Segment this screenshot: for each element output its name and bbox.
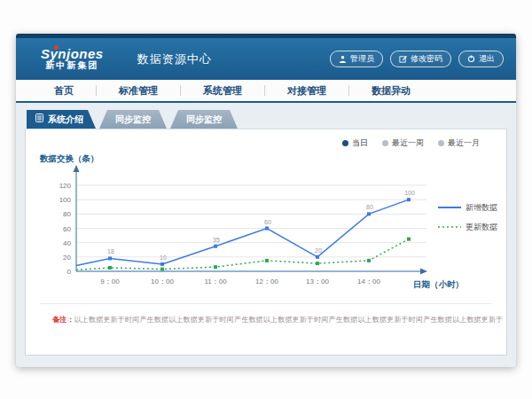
svg-text:10: 10 — [160, 254, 167, 261]
svg-text:9：00: 9：00 — [100, 278, 120, 286]
svg-text:80: 80 — [366, 204, 373, 210]
screenshot-stage: Synjones 新中新集团 数据资源中心 管理员 修改密码 — [0, 0, 532, 399]
svg-text:14：00: 14：00 — [357, 278, 380, 286]
admin-button[interactable]: 管理员 — [330, 51, 383, 67]
tab-label: 同步监控 — [186, 110, 222, 129]
content-area: 系统介绍 同步监控 同步监控 当日 最近一周 — [16, 103, 516, 356]
radio-dot-icon — [438, 140, 444, 146]
panel-divider — [40, 303, 492, 304]
radio-last-week[interactable]: 最近一周 — [382, 137, 424, 149]
user-area: 管理员 修改密码 退出 — [330, 38, 504, 80]
tab-system-intro[interactable]: 系统介绍 — [27, 110, 96, 129]
svg-text:40: 40 — [63, 239, 71, 247]
nav-item-home[interactable]: 首页 — [32, 80, 96, 101]
logo-dot-icon — [54, 45, 59, 50]
svg-text:新增数据: 新增数据 — [466, 203, 497, 212]
page-title: 数据资源中心 — [123, 51, 212, 67]
nav-item-interface-mgmt[interactable]: 对接管理 — [265, 80, 348, 101]
radio-label: 当日 — [352, 137, 368, 149]
document-icon — [35, 110, 43, 129]
radio-today[interactable]: 当日 — [342, 137, 368, 149]
note-prefix: 备注： — [52, 316, 74, 324]
tab-label: 系统介绍 — [48, 110, 83, 129]
time-range-filter: 当日 最近一周 最近一月 — [342, 137, 480, 149]
svg-text:120: 120 — [59, 182, 72, 190]
svg-text:日期（小时）: 日期（小时） — [413, 279, 464, 290]
svg-text:20: 20 — [315, 247, 322, 254]
radio-dot-icon — [342, 140, 348, 146]
chart-panel: 当日 最近一周 最近一月 0204060801001209：0010：0011：… — [25, 129, 507, 356]
svg-text:13：00: 13：00 — [306, 278, 329, 286]
radio-dot-icon — [382, 140, 388, 146]
nav-item-system-mgmt[interactable]: 系统管理 — [181, 80, 264, 101]
brand-name: Synjones — [41, 47, 104, 60]
admin-label: 管理员 — [350, 53, 374, 65]
radio-label: 最近一周 — [392, 137, 424, 149]
svg-text:100: 100 — [404, 190, 415, 196]
svg-text:20: 20 — [63, 254, 71, 262]
tab-sync-monitor-2[interactable]: 同步监控 — [170, 110, 238, 129]
nav-item-data-change[interactable]: 数据异动 — [349, 80, 433, 101]
svg-text:11：00: 11：00 — [204, 278, 227, 286]
svg-text:12：00: 12：00 — [255, 278, 278, 286]
logout-label: 退出 — [479, 53, 495, 65]
svg-text:更新数据: 更新数据 — [466, 223, 497, 231]
radio-label: 最近一月 — [448, 137, 480, 149]
radio-last-month[interactable]: 最近一月 — [438, 137, 480, 149]
change-password-label: 修改密码 — [411, 53, 442, 65]
user-icon — [339, 55, 347, 63]
note-text: 以上数据更新于时间产生数据以上数据更新于时间产生数据以上数据更新于时间产生数据以… — [74, 316, 504, 324]
line-chart: 0204060801001209：0010：0011：0012：0013：001… — [26, 129, 506, 300]
svg-text:100: 100 — [59, 196, 72, 204]
brand-logo: Synjones 新中新集团 — [41, 47, 104, 71]
tab-sync-monitor-1[interactable]: 同步监控 — [99, 110, 167, 129]
brand-company: 新中新集团 — [41, 60, 104, 71]
svg-text:数据交换（条）: 数据交换（条） — [39, 153, 99, 164]
tab-bar: 系统介绍 同步监控 同步监控 — [27, 110, 507, 129]
logout-button[interactable]: 退出 — [458, 51, 504, 67]
svg-text:35: 35 — [213, 237, 220, 243]
app-window: Synjones 新中新集团 数据资源中心 管理员 修改密码 — [16, 34, 516, 367]
change-password-button[interactable]: 修改密码 — [390, 51, 451, 67]
app-header: Synjones 新中新集团 数据资源中心 管理员 修改密码 — [16, 38, 516, 80]
footer-note: 备注：以上数据更新于时间产生数据以上数据更新于时间产生数据以上数据更新于时间产生… — [52, 315, 503, 325]
svg-text:0: 0 — [67, 268, 72, 276]
nav-item-standard-mgmt[interactable]: 标准管理 — [97, 80, 180, 101]
tab-label: 同步监控 — [115, 110, 151, 129]
svg-text:10：00: 10：00 — [151, 278, 174, 286]
svg-text:18: 18 — [107, 248, 114, 254]
svg-text:60: 60 — [63, 225, 71, 233]
edit-icon — [399, 55, 407, 63]
svg-text:80: 80 — [63, 210, 71, 218]
main-nav: 首页 标准管理 系统管理 对接管理 数据异动 — [16, 80, 516, 103]
power-icon — [467, 55, 475, 63]
svg-text:60: 60 — [264, 219, 271, 225]
